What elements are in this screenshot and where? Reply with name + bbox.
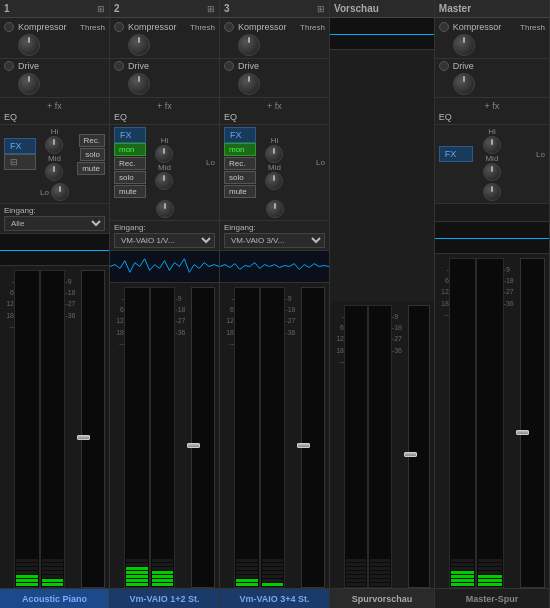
channel-3-waveform: [220, 251, 329, 283]
master-fader-area: - 6 12 18 --: [435, 254, 549, 588]
channel-3-kompressor-power[interactable]: [224, 22, 234, 32]
vorschau-fader[interactable]: [408, 305, 430, 588]
channel-2-mon-btn[interactable]: mon: [114, 143, 146, 156]
channel-1-fx-btn[interactable]: FX: [4, 138, 36, 154]
channel-1-lo-knob[interactable]: [51, 183, 69, 201]
channel-1-lo-label: Lo: [40, 188, 49, 197]
channel-3-hi-knob[interactable]: [265, 145, 283, 163]
master-eq-label: EQ: [439, 112, 545, 122]
channel-1-fx-add[interactable]: + fx: [4, 100, 105, 112]
channel-3-fader-thumb[interactable]: [297, 443, 310, 448]
channel-2-solo-btn[interactable]: solo: [114, 171, 146, 184]
channel-3-fx-add[interactable]: + fx: [224, 100, 325, 112]
channel-1-drive-power[interactable]: [4, 61, 14, 71]
channel-3-input-label: Eingang:: [224, 223, 325, 232]
channel-2-controls: FX mon Rec. solo mute Hi Mid Lo: [110, 125, 219, 221]
channel-2-hi-knob[interactable]: [155, 145, 173, 163]
channel-2-lo-knob[interactable]: [156, 200, 174, 218]
channel-2-waveform: [110, 251, 219, 283]
channel-3-rec-btn[interactable]: Rec.: [224, 157, 256, 170]
channel-2-rec-btn[interactable]: Rec.: [114, 157, 146, 170]
channel-3-fader-area: - 6 12 18 --: [220, 283, 329, 588]
channel-1-kompressor-power[interactable]: [4, 22, 14, 32]
channel-3-input-select[interactable]: VM-VAIO 3/V...: [224, 233, 325, 248]
channel-3-drive-knob[interactable]: [238, 73, 260, 95]
channel-3-fader[interactable]: [301, 287, 325, 588]
channel-3-drive-power[interactable]: [224, 61, 234, 71]
channel-3-scale-right: -9 -18 -27 -36: [285, 287, 299, 588]
channel-3-mid-label: Mid: [268, 163, 281, 172]
master-drive-power[interactable]: [439, 61, 449, 71]
channel-2-fader-thumb[interactable]: [187, 443, 200, 448]
channel-2-top: Kompressor Thresh Drive + fx: [110, 18, 219, 283]
master-lo-knob[interactable]: [483, 183, 501, 201]
channel-3-meter-right: [260, 287, 286, 588]
channel-1-fader[interactable]: [81, 270, 105, 588]
channel-2-drive-knob[interactable]: [128, 73, 150, 95]
channel-2-kompressor-power[interactable]: [114, 22, 124, 32]
master-fx-add[interactable]: + fx: [439, 100, 545, 112]
channel-2-number: 2: [114, 3, 120, 14]
channel-3-footer[interactable]: Vm-VAIO 3+4 St.: [220, 588, 329, 608]
channel-1-footer[interactable]: Acoustic Piano: [0, 588, 109, 608]
channel-1-drive-label: Drive: [18, 61, 105, 71]
master-meter-right: [476, 258, 503, 588]
channel-3-mid-knob[interactable]: [265, 172, 283, 190]
channel-1-mute-btn[interactable]: mute: [77, 162, 105, 175]
channel-2-fx-btn[interactable]: FX: [114, 127, 146, 143]
channel-1-kompressor-knob[interactable]: [18, 34, 40, 56]
channel-1-hi-knob[interactable]: [45, 136, 63, 154]
channel-1-rec-btn[interactable]: Rec.: [79, 134, 105, 147]
master-footer[interactable]: Master-Spur: [435, 588, 549, 608]
channel-3-header: 3 ⊞: [220, 0, 329, 18]
channel-2-mute-btn[interactable]: mute: [114, 185, 146, 198]
master-kompressor-label: Kompressor: [453, 22, 518, 32]
master-kompressor-power[interactable]: [439, 22, 449, 32]
channel-3-lo-knob[interactable]: [266, 200, 284, 218]
master-kompressor: Kompressor Thresh: [435, 18, 549, 59]
channel-2-footer[interactable]: Vm-VAIO 1+2 St.: [110, 588, 219, 608]
channel-2-drive-power[interactable]: [114, 61, 124, 71]
mixer-container: 1 ⊞ Kompressor Thresh Drive: [0, 0, 550, 608]
vorschau-waveform: [330, 18, 434, 50]
master-mid-knob[interactable]: [483, 163, 501, 181]
channel-3-fx-btn[interactable]: FX: [224, 127, 256, 143]
channel-3-drive-label: Drive: [238, 61, 325, 71]
vorschau-scale-right: -9 -18 -27 -36: [392, 305, 406, 588]
master-fx-btn[interactable]: FX: [439, 146, 473, 162]
channel-2-input-select[interactable]: VM-VAIO 1/V...: [114, 233, 215, 248]
channel-2-mid-knob[interactable]: [155, 172, 173, 190]
channel-1-controls: FX ⊟ Hi Mid Rec. solo mute: [0, 125, 109, 204]
master-drive-knob[interactable]: [453, 73, 475, 95]
channel-1-grid-icon[interactable]: ⊞: [97, 4, 105, 14]
channel-3-mute-btn[interactable]: mute: [224, 185, 256, 198]
channel-3-eq-label: EQ: [224, 112, 325, 122]
channel-3-grid-icon[interactable]: ⊞: [317, 4, 325, 14]
channel-2-drive-label: Drive: [128, 61, 215, 71]
channel-1-input-select[interactable]: Alle: [4, 216, 105, 231]
master-kompressor-knob[interactable]: [453, 34, 475, 56]
vorschau-fader-area: - 6 12 18 --: [330, 301, 434, 588]
channel-3-mon-btn[interactable]: mon: [224, 143, 256, 156]
channel-2-fx-add[interactable]: + fx: [114, 100, 215, 112]
channel-3-input: Eingang: VM-VAIO 3/V...: [220, 221, 329, 251]
vorschau-footer[interactable]: Spurvorschau: [330, 588, 434, 608]
channel-1-fader-thumb[interactable]: [77, 435, 90, 440]
master-fader-thumb[interactable]: [516, 430, 529, 435]
channel-3-thresh-label: Thresh: [300, 23, 325, 32]
channel-1-solo-btn[interactable]: solo: [80, 148, 105, 161]
channel-1-mid-knob[interactable]: [45, 163, 63, 181]
channel-3-kompressor-knob[interactable]: [238, 34, 260, 56]
master-hi-knob[interactable]: [483, 136, 501, 154]
channel-1-top: Kompressor Thresh Drive + fx: [0, 18, 109, 266]
channel-1-piano-icon[interactable]: ⊟: [4, 154, 36, 170]
channel-2-kompressor-knob[interactable]: [128, 34, 150, 56]
vorschau-fader-thumb[interactable]: [404, 452, 417, 457]
channel-2-grid-icon[interactable]: ⊞: [207, 4, 215, 14]
master-fader[interactable]: [520, 258, 545, 588]
channel-1-drive-knob[interactable]: [18, 73, 40, 95]
channel-2-fader[interactable]: [191, 287, 215, 588]
master-channel: Master Kompressor Thresh Drive: [435, 0, 550, 608]
channel-3-solo-btn[interactable]: solo: [224, 171, 256, 184]
channel-2: 2 ⊞ Kompressor Thresh Drive: [110, 0, 220, 608]
